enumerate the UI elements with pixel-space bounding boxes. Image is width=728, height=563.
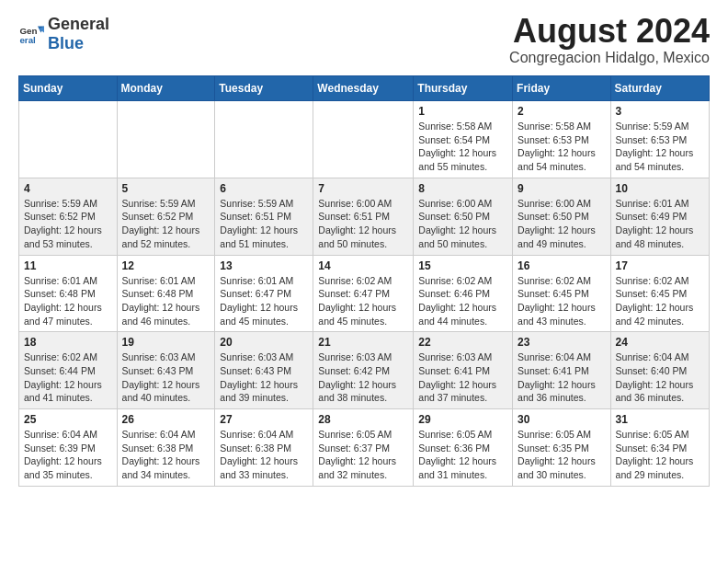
day-number: 18 xyxy=(24,336,112,349)
day-number: 30 xyxy=(518,413,606,426)
empty-cell xyxy=(19,101,118,178)
day-info: Sunrise: 6:04 AM Sunset: 6:39 PM Dayligh… xyxy=(24,428,112,482)
day-cell-6: 6Sunrise: 5:59 AM Sunset: 6:51 PM Daylig… xyxy=(215,178,313,255)
day-info: Sunrise: 6:02 AM Sunset: 6:45 PM Dayligh… xyxy=(518,274,606,328)
month-year-title: August 2024 xyxy=(509,15,710,48)
day-cell-30: 30Sunrise: 6:05 AM Sunset: 6:35 PM Dayli… xyxy=(513,409,611,487)
day-info: Sunrise: 6:00 AM Sunset: 6:51 PM Dayligh… xyxy=(318,197,408,251)
day-info: Sunrise: 6:02 AM Sunset: 6:47 PM Dayligh… xyxy=(318,274,408,328)
day-number: 8 xyxy=(418,182,507,195)
day-info: Sunrise: 6:03 AM Sunset: 6:43 PM Dayligh… xyxy=(220,350,308,405)
calendar-table: SundayMondayTuesdayWednesdayThursdayFrid… xyxy=(18,75,710,487)
day-number: 13 xyxy=(220,259,308,272)
weekday-header-monday: Monday xyxy=(117,76,215,101)
day-info: Sunrise: 6:00 AM Sunset: 6:50 PM Dayligh… xyxy=(418,197,507,251)
day-number: 9 xyxy=(518,182,606,195)
day-cell-18: 18Sunrise: 6:02 AM Sunset: 6:44 PM Dayli… xyxy=(19,332,118,409)
day-info: Sunrise: 6:01 AM Sunset: 6:49 PM Dayligh… xyxy=(616,197,704,251)
day-info: Sunrise: 5:59 AM Sunset: 6:53 PM Dayligh… xyxy=(616,120,704,174)
day-cell-15: 15Sunrise: 6:02 AM Sunset: 6:46 PM Dayli… xyxy=(414,255,513,332)
day-info: Sunrise: 6:02 AM Sunset: 6:45 PM Dayligh… xyxy=(616,274,704,328)
day-cell-25: 25Sunrise: 6:04 AM Sunset: 6:39 PM Dayli… xyxy=(19,409,118,487)
day-cell-8: 8Sunrise: 6:00 AM Sunset: 6:50 PM Daylig… xyxy=(414,178,513,255)
title-area: August 2024 Congregacion Hidalgo, Mexico xyxy=(509,15,710,66)
day-cell-27: 27Sunrise: 6:04 AM Sunset: 6:38 PM Dayli… xyxy=(215,409,313,487)
day-info: Sunrise: 5:58 AM Sunset: 6:53 PM Dayligh… xyxy=(518,120,606,174)
day-number: 22 xyxy=(418,336,507,349)
day-cell-21: 21Sunrise: 6:03 AM Sunset: 6:42 PM Dayli… xyxy=(313,332,414,409)
svg-text:eral: eral xyxy=(19,35,36,45)
day-cell-9: 9Sunrise: 6:00 AM Sunset: 6:50 PM Daylig… xyxy=(513,178,611,255)
day-cell-14: 14Sunrise: 6:02 AM Sunset: 6:47 PM Dayli… xyxy=(313,255,414,332)
day-number: 17 xyxy=(616,259,704,272)
day-number: 12 xyxy=(122,259,210,272)
day-info: Sunrise: 6:01 AM Sunset: 6:47 PM Dayligh… xyxy=(220,274,308,328)
day-number: 21 xyxy=(318,336,408,349)
day-cell-26: 26Sunrise: 6:04 AM Sunset: 6:38 PM Dayli… xyxy=(117,409,215,487)
day-number: 14 xyxy=(318,259,408,272)
day-number: 15 xyxy=(418,259,507,272)
day-cell-24: 24Sunrise: 6:04 AM Sunset: 6:40 PM Dayli… xyxy=(610,332,709,409)
day-number: 16 xyxy=(518,259,606,272)
logo-icon: Gen eral xyxy=(18,21,44,47)
day-number: 31 xyxy=(616,413,704,426)
day-cell-23: 23Sunrise: 6:04 AM Sunset: 6:41 PM Dayli… xyxy=(513,332,611,409)
day-number: 10 xyxy=(616,182,704,195)
day-number: 24 xyxy=(616,336,704,349)
day-number: 5 xyxy=(122,182,210,195)
day-info: Sunrise: 6:04 AM Sunset: 6:41 PM Dayligh… xyxy=(518,350,606,405)
day-number: 26 xyxy=(122,413,210,426)
day-number: 20 xyxy=(220,336,308,349)
empty-cell xyxy=(313,101,414,178)
day-info: Sunrise: 6:03 AM Sunset: 6:43 PM Dayligh… xyxy=(122,350,210,405)
day-info: Sunrise: 6:01 AM Sunset: 6:48 PM Dayligh… xyxy=(122,274,210,328)
day-cell-22: 22Sunrise: 6:03 AM Sunset: 6:41 PM Dayli… xyxy=(414,332,513,409)
week-row-5: 25Sunrise: 6:04 AM Sunset: 6:39 PM Dayli… xyxy=(19,409,710,487)
day-number: 27 xyxy=(220,413,308,426)
weekday-header-friday: Friday xyxy=(513,76,611,101)
week-row-3: 11Sunrise: 6:01 AM Sunset: 6:48 PM Dayli… xyxy=(19,255,710,332)
day-info: Sunrise: 6:03 AM Sunset: 6:41 PM Dayligh… xyxy=(418,350,507,405)
day-cell-28: 28Sunrise: 6:05 AM Sunset: 6:37 PM Dayli… xyxy=(313,409,414,487)
day-info: Sunrise: 5:59 AM Sunset: 6:51 PM Dayligh… xyxy=(220,197,308,251)
logo-text: General Blue xyxy=(48,15,109,53)
day-cell-10: 10Sunrise: 6:01 AM Sunset: 6:49 PM Dayli… xyxy=(610,178,709,255)
day-cell-12: 12Sunrise: 6:01 AM Sunset: 6:48 PM Dayli… xyxy=(117,255,215,332)
weekday-header-tuesday: Tuesday xyxy=(215,76,313,101)
day-info: Sunrise: 6:04 AM Sunset: 6:40 PM Dayligh… xyxy=(616,350,704,405)
day-info: Sunrise: 6:05 AM Sunset: 6:35 PM Dayligh… xyxy=(518,428,606,482)
day-number: 11 xyxy=(24,259,112,272)
day-number: 29 xyxy=(418,413,507,426)
page-header: Gen eral General Blue August 2024 Congre… xyxy=(18,15,710,66)
day-info: Sunrise: 6:01 AM Sunset: 6:48 PM Dayligh… xyxy=(24,274,112,328)
day-number: 2 xyxy=(518,105,606,118)
day-cell-13: 13Sunrise: 6:01 AM Sunset: 6:47 PM Dayli… xyxy=(215,255,313,332)
day-info: Sunrise: 6:03 AM Sunset: 6:42 PM Dayligh… xyxy=(318,350,408,405)
day-cell-3: 3Sunrise: 5:59 AM Sunset: 6:53 PM Daylig… xyxy=(610,101,709,178)
day-number: 28 xyxy=(318,413,408,426)
day-cell-31: 31Sunrise: 6:05 AM Sunset: 6:34 PM Dayli… xyxy=(610,409,709,487)
logo-blue: Blue xyxy=(48,34,84,52)
day-info: Sunrise: 6:04 AM Sunset: 6:38 PM Dayligh… xyxy=(122,428,210,482)
day-info: Sunrise: 5:59 AM Sunset: 6:52 PM Dayligh… xyxy=(24,197,112,251)
day-number: 3 xyxy=(616,105,704,118)
day-cell-1: 1Sunrise: 5:58 AM Sunset: 6:54 PM Daylig… xyxy=(414,101,513,178)
empty-cell xyxy=(117,101,215,178)
day-info: Sunrise: 6:04 AM Sunset: 6:38 PM Dayligh… xyxy=(220,428,308,482)
week-row-4: 18Sunrise: 6:02 AM Sunset: 6:44 PM Dayli… xyxy=(19,332,710,409)
day-info: Sunrise: 6:05 AM Sunset: 6:37 PM Dayligh… xyxy=(318,428,408,482)
logo: Gen eral General Blue xyxy=(18,15,109,53)
day-cell-20: 20Sunrise: 6:03 AM Sunset: 6:43 PM Dayli… xyxy=(215,332,313,409)
day-number: 23 xyxy=(518,336,606,349)
day-number: 6 xyxy=(220,182,308,195)
day-cell-5: 5Sunrise: 5:59 AM Sunset: 6:52 PM Daylig… xyxy=(117,178,215,255)
week-row-2: 4Sunrise: 5:59 AM Sunset: 6:52 PM Daylig… xyxy=(19,178,710,255)
day-info: Sunrise: 6:00 AM Sunset: 6:50 PM Dayligh… xyxy=(518,197,606,251)
week-row-1: 1Sunrise: 5:58 AM Sunset: 6:54 PM Daylig… xyxy=(19,101,710,178)
day-number: 7 xyxy=(318,182,408,195)
weekday-header-sunday: Sunday xyxy=(19,76,118,101)
logo-general: General xyxy=(48,15,109,33)
day-info: Sunrise: 6:02 AM Sunset: 6:44 PM Dayligh… xyxy=(24,350,112,405)
weekday-header-row: SundayMondayTuesdayWednesdayThursdayFrid… xyxy=(19,76,710,101)
day-number: 1 xyxy=(418,105,507,118)
